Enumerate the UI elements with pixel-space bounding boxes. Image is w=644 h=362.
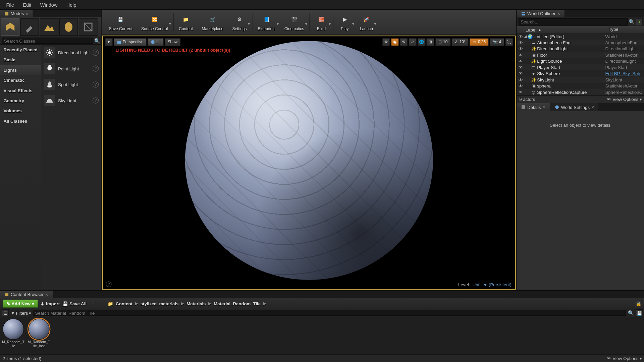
transform-translate[interactable]: ◉ xyxy=(391,38,399,46)
outliner-row[interactable]: 👁▣spheraStaticMeshActor xyxy=(517,83,644,89)
menu-edit[interactable]: Edit xyxy=(18,0,36,9)
visibility-icon[interactable]: 👁 xyxy=(519,46,524,51)
category-basic[interactable]: Basic xyxy=(0,55,41,65)
outliner-row[interactable]: 👁▣FloorStaticMeshActor xyxy=(517,52,644,58)
help-icon[interactable]: ? xyxy=(93,97,99,103)
visibility-icon[interactable]: 👁 xyxy=(519,77,524,82)
toolbar-launch[interactable]: 🚀Launch▼ xyxy=(356,11,377,34)
category-visual-effects[interactable]: Visual Effects xyxy=(0,85,41,96)
menu-help[interactable]: Help xyxy=(62,0,81,9)
outliner-row[interactable]: 👁✨SkyLightSkyLight xyxy=(517,76,644,82)
outliner-row[interactable]: 👁◢🌍Untitled (Editor)World xyxy=(517,33,644,39)
category-cinematic[interactable]: Cinematic xyxy=(0,75,41,85)
crumb-content[interactable]: Content xyxy=(116,301,132,306)
help-icon[interactable]: ? xyxy=(93,65,99,71)
sources-toggle[interactable]: ☰ xyxy=(2,309,9,316)
viewport-perspective-button[interactable]: Perspective xyxy=(114,38,147,46)
coord-space[interactable]: 🌐 xyxy=(418,38,426,46)
category-volumes[interactable]: Volumes xyxy=(0,106,41,116)
crumb-material_random_tile[interactable]: Material_Random_Tile xyxy=(214,301,261,306)
outliner-search-input[interactable] xyxy=(519,18,628,25)
search-classes-input[interactable] xyxy=(2,38,93,44)
visibility-icon[interactable]: 👁 xyxy=(519,40,524,45)
close-icon[interactable]: × xyxy=(45,292,48,297)
transform-select[interactable]: ✥ xyxy=(382,38,390,46)
asset-m_random_tile[interactable]: M_Random_Tile xyxy=(2,318,25,348)
visibility-icon[interactable]: 👁 xyxy=(519,34,524,39)
toolbar-build[interactable]: 🧱Build▼ xyxy=(311,11,332,34)
visibility-icon[interactable]: 👁 xyxy=(519,71,524,76)
visibility-icon[interactable]: 👁 xyxy=(519,59,524,64)
grid-snap[interactable]: ⊡ 10 xyxy=(435,38,450,46)
cb-save-search[interactable]: 💾 xyxy=(636,309,643,316)
toolbar-play[interactable]: ▶Play▼ xyxy=(334,11,355,34)
toolbar-source-control[interactable]: 🔀Source Control▼ xyxy=(137,11,172,34)
visibility-icon[interactable]: 👁 xyxy=(519,83,524,88)
transform-scale[interactable]: ⤢ xyxy=(409,38,417,46)
toolbar-settings[interactable]: ⚙Settings▼ xyxy=(228,11,251,34)
toolbar-cinematics[interactable]: 🎬Cinematics▼ xyxy=(280,11,308,34)
toolbar-blueprints[interactable]: 📘Blueprints▼ xyxy=(253,11,280,34)
close-icon[interactable]: × xyxy=(557,11,560,16)
visibility-icon[interactable]: 👁 xyxy=(519,89,524,95)
menu-window[interactable]: Window xyxy=(36,0,62,9)
category-geometry[interactable]: Geometry xyxy=(0,96,41,106)
outliner-row[interactable]: 👁✨Light SourceDirectionalLight xyxy=(517,58,644,64)
place-item-directional-light[interactable]: Directional Light? xyxy=(41,45,102,61)
outliner-row[interactable]: 👁✨DirectionalLightDirectionalLight xyxy=(517,46,644,52)
help-icon[interactable]: ? xyxy=(93,50,99,56)
crumb-stylized_materials[interactable]: stylized_materials xyxy=(141,301,179,306)
tab-modes[interactable]: Modes× xyxy=(0,10,34,17)
category-lights[interactable]: Lights xyxy=(0,65,41,75)
toolbar-marketplace[interactable]: 🛒Marketplace xyxy=(197,11,228,34)
menu-file[interactable]: File xyxy=(2,0,18,9)
mode-place[interactable] xyxy=(1,18,19,36)
crumb-materials[interactable]: Materials xyxy=(186,301,206,306)
category-all-classes[interactable]: All Classes xyxy=(0,116,41,126)
nav-back[interactable]: ← xyxy=(92,300,98,306)
mode-foliage[interactable] xyxy=(59,18,78,36)
close-icon[interactable]: × xyxy=(26,11,29,16)
tab-details[interactable]: Details× xyxy=(517,103,550,111)
viewport-show-button[interactable]: Show xyxy=(164,38,180,46)
save-all-button[interactable]: 💾 Save All xyxy=(62,301,87,306)
tab-world-outliner[interactable]: World Outliner× xyxy=(517,10,565,17)
cb-view-options[interactable]: 👁 View Options ▾ xyxy=(607,356,642,361)
surface-snap[interactable]: ⊞ xyxy=(426,38,434,46)
place-item-point-light[interactable]: Point Light? xyxy=(41,61,102,77)
import-button[interactable]: ⬇ Import xyxy=(41,301,60,306)
outliner-row[interactable]: 👁⛿Player StartPlayerStart xyxy=(517,64,644,70)
outliner-view-options[interactable]: 👁 View Options ▾ xyxy=(607,97,642,102)
mode-landscape[interactable] xyxy=(40,18,58,36)
camera-speed[interactable]: 📷 4 xyxy=(490,38,504,46)
asset-m_random_tile_inst[interactable]: M_Random_Tile_Inst xyxy=(28,318,51,348)
category-recently-placed[interactable]: Recently Placed xyxy=(0,45,41,55)
place-item-sky-light[interactable]: Sky Light? xyxy=(41,93,102,109)
transform-rotate[interactable]: ⟲ xyxy=(400,38,408,46)
viewport-maximize[interactable]: ⛶ xyxy=(505,38,513,46)
mode-paint[interactable] xyxy=(20,18,39,36)
toolbar-save-current[interactable]: 💾Save Current xyxy=(105,11,137,34)
help-icon[interactable]: ? xyxy=(93,81,99,87)
mode-geometry[interactable] xyxy=(79,18,97,36)
visibility-icon[interactable]: 👁 xyxy=(519,65,524,70)
tab-world-settings[interactable]: World Settings× xyxy=(550,103,599,111)
viewport-lit-button[interactable]: Lit xyxy=(148,38,164,46)
viewport-options-button[interactable]: ▾ xyxy=(105,38,113,46)
outliner-row[interactable]: 👁●Sky SphereEdit BP_Sky_Sph xyxy=(517,70,644,76)
nav-forward[interactable]: → xyxy=(99,300,105,306)
scale-snap[interactable]: ▭ 0,25 xyxy=(470,38,489,46)
cb-lock[interactable]: 🔒 xyxy=(635,300,642,307)
add-new-button[interactable]: ✎ Add New ▾ xyxy=(3,299,38,308)
outliner-add-button[interactable]: + xyxy=(636,18,643,25)
tab-content-browser[interactable]: Content Browser× xyxy=(0,291,53,298)
viewport[interactable]: ▾ Perspective Lit Show ✥ ◉ ⟲ ⤢ 🌐 ⊞ ⊡ 10 … xyxy=(102,36,516,290)
place-item-spot-light[interactable]: Spot Light? xyxy=(41,76,102,93)
viewport-help[interactable]: ? xyxy=(106,282,111,287)
outliner-row[interactable]: 👁☁Atmospheric FogAtmosphericFog xyxy=(517,39,644,45)
angle-snap[interactable]: ∠ 10° xyxy=(451,38,469,46)
visibility-icon[interactable]: 👁 xyxy=(519,52,524,57)
outliner-row[interactable]: 👁◎SphereReflectionCaptureSphereReflectio… xyxy=(517,89,644,95)
content-search-input[interactable] xyxy=(33,310,626,316)
toolbar-content[interactable]: 📁Content xyxy=(174,11,197,34)
